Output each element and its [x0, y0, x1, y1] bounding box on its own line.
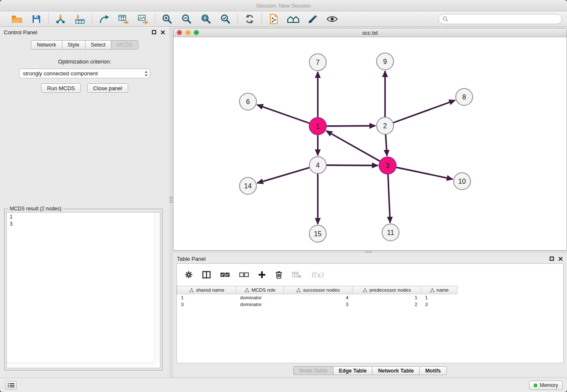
window-title: Session: New Session	[256, 3, 311, 9]
task-history-button[interactable]	[5, 381, 17, 389]
tab-mcds[interactable]: MCDS	[111, 40, 138, 50]
gear-icon[interactable]	[184, 271, 193, 279]
delete-column-icon[interactable]	[275, 271, 283, 279]
network-window-title: scc.txt	[362, 30, 378, 36]
table-row[interactable]: 1dominator411	[177, 294, 457, 301]
zoom-out-icon[interactable]	[180, 13, 193, 25]
show-columns-icon[interactable]	[202, 271, 211, 279]
share-document-icon[interactable]	[267, 13, 280, 25]
svg-text:8: 8	[462, 94, 466, 101]
node-9[interactable]: 9	[377, 53, 394, 70]
node-1[interactable]: 1	[309, 118, 326, 135]
network-canvas[interactable]: 7968124314101511	[173, 37, 567, 250]
style-brush-icon[interactable]	[306, 13, 319, 25]
list-icon	[8, 383, 14, 388]
node-2[interactable]: 2	[377, 117, 394, 134]
edge-4-3[interactable]	[326, 165, 378, 166]
column-label: MCDS role	[251, 287, 275, 293]
column-header-shared-name[interactable]: shared name	[177, 286, 237, 294]
import-table-icon[interactable]	[74, 13, 86, 25]
float-panel-icon[interactable]	[550, 257, 554, 261]
node-3[interactable]: 3	[379, 157, 396, 174]
search-box[interactable]	[438, 14, 562, 24]
memory-button[interactable]: Memory	[529, 381, 563, 390]
table-panel-header: Table Panel ✕	[173, 253, 567, 264]
node-11[interactable]: 11	[382, 224, 399, 241]
show-graphics-details-icon[interactable]	[326, 13, 339, 25]
node-table-header-row: shared nameMCDS rolesuccessor nodesprede…	[177, 286, 457, 294]
tab-network-table[interactable]: Network Table	[372, 366, 419, 375]
node-14[interactable]: 14	[239, 177, 256, 194]
zoom-selected-icon[interactable]	[219, 13, 232, 25]
optimization-criterion-label: Optimization criterion:	[0, 58, 169, 65]
close-panel-icon[interactable]: ✕	[160, 29, 165, 36]
minimize-window-icon[interactable]: −	[185, 30, 190, 35]
export-network-icon[interactable]	[98, 13, 110, 25]
horizontal-scrollbar[interactable]	[7, 362, 154, 368]
column-header-name[interactable]: name	[421, 286, 457, 294]
column-data-type-icon	[296, 288, 301, 293]
close-window-icon[interactable]: ×	[177, 30, 182, 35]
zoom-fit-icon[interactable]	[200, 13, 212, 25]
svg-text:10: 10	[458, 178, 466, 185]
svg-text:14: 14	[244, 182, 252, 190]
edge-3-11[interactable]	[388, 174, 390, 223]
float-panel-icon[interactable]	[152, 30, 156, 34]
window-titlebar: Session: New Session	[0, 0, 567, 11]
edge-2-8[interactable]	[393, 100, 455, 123]
node-6[interactable]: 6	[239, 93, 256, 110]
column-header-successor-nodes[interactable]: successor nodes	[284, 286, 352, 294]
svg-text:2: 2	[383, 122, 387, 130]
node-table-body: 1dominator4113dominator323	[177, 294, 457, 308]
table-cell: 1	[177, 294, 237, 301]
select-all-icon[interactable]	[220, 272, 230, 278]
zoom-in-icon[interactable]	[161, 13, 173, 25]
vertical-scrollbar[interactable]	[154, 213, 160, 362]
tab-network[interactable]: Network	[31, 40, 62, 50]
table-row[interactable]: 3dominator323	[177, 301, 457, 308]
edge-2-3[interactable]	[385, 134, 387, 156]
network-analyzer-icon[interactable]	[287, 13, 300, 25]
edge-3-1[interactable]	[326, 131, 380, 161]
edge-4-14[interactable]	[257, 168, 310, 183]
memory-status-icon	[534, 384, 537, 387]
edge-3-10[interactable]	[396, 167, 453, 179]
node-10[interactable]: 10	[454, 173, 471, 190]
open-session-icon[interactable]	[11, 13, 23, 25]
tab-select[interactable]: Select	[85, 40, 111, 50]
edge-1-6[interactable]	[257, 105, 310, 124]
export-table-icon[interactable]	[117, 13, 130, 25]
add-column-icon[interactable]	[258, 271, 266, 279]
tab-style[interactable]: Style	[62, 40, 85, 50]
deselect-all-icon[interactable]	[239, 272, 249, 278]
tab-edge-table[interactable]: Edge Table	[333, 366, 372, 375]
close-panel-icon[interactable]: ✕	[558, 256, 563, 262]
column-header-MCDS-role[interactable]: MCDS role	[237, 286, 284, 294]
column-data-type-icon	[245, 288, 249, 293]
node-8[interactable]: 8	[456, 88, 473, 105]
import-network-icon[interactable]	[54, 13, 67, 25]
combo-stepper-icon	[144, 71, 148, 77]
edge-1-2[interactable]	[326, 126, 375, 126]
tab-motifs[interactable]: Motifs	[419, 366, 447, 375]
mcds-result-box: MCDS result (2 nodes) 1 3	[4, 209, 162, 370]
column-header-predecessor-nodes[interactable]: predecessor nodes	[352, 286, 421, 294]
table-panel: Table Panel ✕	[173, 253, 567, 376]
mcds-result-area[interactable]: 1 3	[6, 212, 160, 368]
node-15[interactable]: 15	[309, 225, 326, 242]
tab-node-table[interactable]: Node Table	[293, 366, 333, 375]
criterion-select[interactable]: strongly connected component	[19, 69, 150, 78]
vertical-splitter[interactable]	[169, 27, 173, 378]
node-7[interactable]: 7	[309, 54, 326, 71]
delete-table-icon	[292, 271, 302, 279]
zoom-window-icon[interactable]: +	[194, 30, 199, 35]
table-cell: 3	[284, 301, 352, 308]
svg-text:3: 3	[386, 162, 390, 169]
save-session-icon[interactable]	[30, 13, 43, 25]
close-panel-button[interactable]: Close panel	[87, 83, 128, 93]
export-image-icon[interactable]	[137, 13, 149, 25]
search-input[interactable]	[451, 16, 558, 22]
run-mcds-button[interactable]: Run MCDS	[41, 83, 81, 93]
node-4[interactable]: 4	[309, 157, 326, 174]
refresh-icon[interactable]	[243, 13, 256, 25]
